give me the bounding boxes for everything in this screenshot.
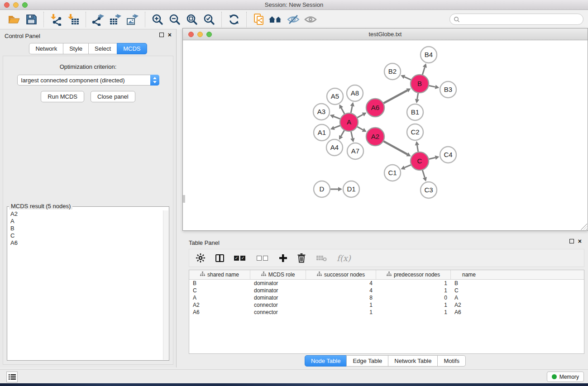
table-cell[interactable]: C [451, 287, 487, 294]
mcds-result-item[interactable]: B [8, 225, 163, 232]
graph-node-A8[interactable]: A8 [347, 85, 363, 101]
graph-edge[interactable] [422, 63, 427, 75]
result-scrollbar[interactable] [163, 210, 168, 360]
graph-node-A1[interactable]: A1 [314, 124, 330, 141]
close-panel-button[interactable]: Close panel [91, 91, 135, 102]
task-history-button[interactable] [6, 372, 18, 382]
graph-node-C4[interactable]: C4 [440, 147, 456, 163]
graph-edge[interactable] [330, 126, 340, 130]
table-cell[interactable]: dominator [250, 295, 306, 301]
table-cell[interactable]: 1 [376, 309, 451, 315]
graph-edge[interactable] [429, 156, 439, 160]
graph-node-B4[interactable]: B4 [421, 47, 437, 63]
table-cell[interactable]: dominator [250, 287, 306, 294]
graph-node-C[interactable]: C [411, 152, 429, 170]
graph-node-B3[interactable]: B3 [440, 81, 456, 98]
float-table-panel-icon[interactable] [569, 239, 574, 243]
network-graph[interactable]: B4B2BB3A5A8A6B1A3AA1C2A2A4A7C4CC1C3DD1 [183, 40, 588, 230]
table-row[interactable]: Bdominator41B [189, 280, 584, 287]
graph-node-A2[interactable]: A2 [366, 128, 384, 146]
show-column-pane-icon[interactable] [215, 252, 224, 264]
table-cell[interactable]: A2 [189, 302, 250, 308]
import-network-icon[interactable] [48, 12, 64, 27]
table-row[interactable]: Adominator80A [189, 294, 584, 301]
criterion-dropdown[interactable]: largest connected component (directed) [17, 75, 159, 86]
graph-node-C2[interactable]: C2 [407, 124, 423, 140]
search-input[interactable] [460, 16, 583, 23]
graph-edge[interactable] [357, 113, 366, 118]
graph-node-A[interactable]: A [340, 113, 358, 131]
table-cell[interactable]: dominator [250, 280, 306, 286]
graph-node-D1[interactable]: D1 [343, 181, 359, 197]
hide-selected-icon[interactable] [286, 12, 301, 27]
table-cell[interactable]: 4 [306, 280, 376, 286]
table-cell[interactable]: B [451, 280, 487, 286]
graph-edge[interactable] [330, 187, 342, 191]
graph-edge[interactable] [350, 102, 354, 113]
graph-edge[interactable] [339, 105, 344, 114]
network-canvas[interactable]: B4B2BB3A5A8A6B1A3AA1C2A2A4A7C4CC1C3DD1 [183, 40, 588, 230]
table-cell[interactable]: connector [250, 302, 306, 308]
table-cell[interactable]: A [189, 295, 250, 301]
show-all-icon[interactable] [303, 12, 318, 27]
close-table-panel-icon[interactable]: × [578, 239, 582, 243]
column-header-name[interactable]: name [451, 270, 487, 279]
export-image-icon[interactable] [125, 12, 140, 27]
zoom-out-icon[interactable] [167, 12, 182, 27]
search-box[interactable] [449, 14, 583, 25]
export-network-icon[interactable] [91, 12, 106, 27]
table-cell[interactable]: B [189, 280, 250, 286]
table-row[interactable]: Cdominator41C [189, 287, 584, 294]
mcds-result-item[interactable]: A [8, 218, 163, 225]
table-cell[interactable]: A2 [451, 302, 487, 308]
graph-edge[interactable] [330, 114, 340, 119]
close-panel-icon[interactable]: × [168, 33, 172, 37]
float-panel-icon[interactable] [159, 33, 164, 37]
table-cell[interactable]: A6 [189, 309, 250, 315]
create-column-icon[interactable] [279, 252, 287, 264]
tab-style[interactable]: Style [63, 43, 89, 54]
tab-edge-table[interactable]: Edge Table [346, 355, 388, 367]
graph-edge[interactable] [383, 88, 411, 103]
table-cell[interactable]: 8 [306, 295, 376, 301]
node-table[interactable]: shared nameMCDS rolesuccessor nodesprede… [189, 270, 584, 354]
graph-node-D[interactable]: D [314, 181, 330, 197]
table-row[interactable]: A6connector11A6 [189, 309, 584, 316]
tab-select[interactable]: Select [88, 43, 117, 54]
table-cell[interactable]: 4 [306, 287, 376, 294]
table-cell[interactable]: C [189, 287, 250, 294]
table-body[interactable]: Bdominator41BCdominator41CAdominator80AA… [189, 280, 584, 316]
zoom-fit-icon[interactable] [184, 12, 200, 27]
graph-node-C3[interactable]: C3 [421, 182, 437, 198]
column-header-successor-nodes[interactable]: successor nodes [306, 270, 376, 279]
tab-mcds[interactable]: MCDS [117, 43, 147, 54]
zoom-in-icon[interactable] [150, 12, 165, 27]
graph-edge[interactable] [401, 165, 411, 170]
resize-grip-icon[interactable] [581, 224, 587, 230]
mcds-result-item[interactable]: A2 [8, 210, 163, 218]
tab-motifs[interactable]: Motifs [437, 355, 466, 367]
table-cell[interactable]: 1 [306, 302, 376, 308]
new-network-from-selection-icon[interactable] [251, 12, 267, 27]
mcds-result-item[interactable]: A6 [8, 239, 163, 247]
table-cell[interactable]: 0 [376, 295, 451, 301]
graph-edge[interactable] [350, 132, 354, 143]
table-settings-gear-icon[interactable] [196, 252, 206, 264]
refresh-layout-icon[interactable] [226, 12, 242, 27]
run-mcds-button[interactable]: Run MCDS [41, 91, 84, 102]
tab-network-table[interactable]: Network Table [388, 355, 438, 367]
graph-edge[interactable] [429, 85, 440, 89]
graph-edge[interactable] [415, 93, 419, 104]
zoom-selected-icon[interactable] [201, 12, 217, 27]
table-row[interactable]: A2connector11A2 [189, 301, 584, 309]
graph-edge[interactable] [357, 127, 366, 132]
table-cell[interactable]: 1 [376, 287, 451, 294]
table-header[interactable]: shared nameMCDS rolesuccessor nodesprede… [189, 270, 584, 280]
column-header-MCDS-role[interactable]: MCDS role [250, 270, 306, 279]
graph-node-A3[interactable]: A3 [313, 104, 330, 120]
graph-edge[interactable] [383, 141, 411, 156]
tab-network[interactable]: Network [29, 43, 63, 54]
graph-node-B1[interactable]: B1 [407, 104, 423, 120]
first-neighbors-icon[interactable] [268, 12, 284, 27]
table-cell[interactable]: 1 [376, 302, 451, 308]
